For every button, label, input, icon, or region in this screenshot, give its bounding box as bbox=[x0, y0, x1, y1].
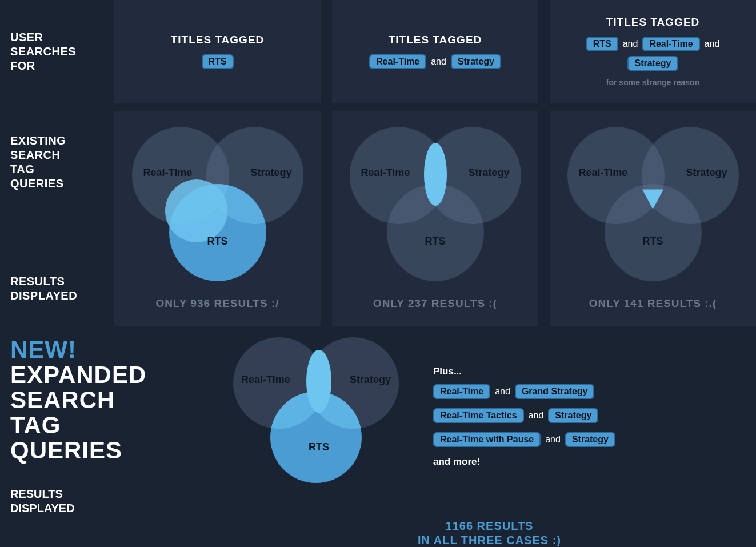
venn-diagram-rts: Real-Time Strategy RTS bbox=[132, 127, 303, 287]
result-text-936: ONLY 936 RESULTS :/ bbox=[155, 297, 279, 310]
result-text-237: ONLY 237 RESULTS :( bbox=[373, 297, 497, 310]
row-existing-queries: EXISTINGSEARCHTAGQUERIES RESULTSDISPLAYE… bbox=[0, 111, 756, 326]
tag-rts: RTS bbox=[586, 37, 618, 51]
venn-label-rts: RTS bbox=[207, 235, 228, 247]
side-label-results-displayed: RESULTSDISPLAYED bbox=[10, 274, 103, 314]
venn-expanded-wrap: Real-Time Strategy RTS bbox=[233, 337, 427, 516]
expanded-results-text: 1166 RESULTS IN ALL THREE CASES :) bbox=[233, 519, 746, 547]
result-text-141: ONLY 141 RESULTS :.( bbox=[589, 297, 717, 310]
venn-label-real-time: Real-Time bbox=[579, 167, 628, 179]
tag-strategy: Strategy bbox=[627, 56, 678, 71]
venn-label-rts: RTS bbox=[425, 235, 446, 247]
plus-row-2: Real-Time Tactics and Strategy bbox=[433, 408, 746, 423]
tag-grand-strategy: Grand Strategy bbox=[515, 384, 595, 399]
tag-rts: RTS bbox=[202, 54, 234, 69]
expanded-results-line2: IN ALL THREE CASES :) bbox=[233, 533, 746, 547]
plus-column: Plus... Real-Time and Grand Strategy Rea… bbox=[433, 337, 746, 516]
tag-row: RTS bbox=[202, 54, 234, 69]
expanded-heading-block: NEW! EXPANDEDSEARCHTAGQUERIES RESULTSDIS… bbox=[10, 337, 227, 516]
tag-real-time: Real-Time bbox=[369, 54, 426, 69]
expanded-heading: EXPANDEDSEARCHTAGQUERIES bbox=[10, 361, 146, 464]
cell-search-all-three: TITLES TAGGED RTS and Real-Time and Stra… bbox=[550, 0, 756, 103]
venn-label-strategy: Strategy bbox=[468, 167, 509, 179]
venn-label-strategy: Strategy bbox=[686, 167, 727, 179]
venn-label-strategy: Strategy bbox=[250, 167, 291, 179]
venn-label-real-time: Real-Time bbox=[143, 167, 193, 179]
results-displayed-label: RESULTSDISPLAYED bbox=[10, 487, 227, 516]
venn-cell-rts: Real-Time Strategy RTS ONLY 936 RESULTS … bbox=[114, 111, 321, 326]
and-text: and bbox=[495, 386, 510, 397]
plus-heading: Plus... bbox=[433, 366, 746, 377]
and-text: and bbox=[431, 57, 446, 67]
and-text: and bbox=[705, 39, 720, 49]
venn-cell-rt-strategy: Real-Time Strategy RTS ONLY 237 RESULTS … bbox=[332, 111, 538, 326]
titles-tagged-heading: TITLES TAGGED bbox=[389, 34, 482, 46]
new-label: NEW! bbox=[10, 336, 77, 363]
tag-strategy: Strategy bbox=[548, 408, 598, 423]
venn-label-strategy: Strategy bbox=[350, 374, 391, 386]
row-user-searches: USERSEARCHESFOR TITLES TAGGED RTS TITLES… bbox=[0, 0, 756, 103]
side-label-existing: EXISTINGSEARCHTAGQUERIES RESULTSDISPLAYE… bbox=[0, 111, 103, 326]
venn-diagram-all-three: Real-Time Strategy RTS bbox=[567, 127, 739, 287]
cell-search-rts: TITLES TAGGED RTS bbox=[114, 0, 321, 103]
venn-label-real-time: Real-Time bbox=[361, 167, 410, 179]
cell-search-rt-strategy: TITLES TAGGED Real-Time and Strategy bbox=[332, 0, 538, 103]
and-text: and bbox=[529, 410, 544, 421]
and-text: and bbox=[545, 434, 561, 445]
and-text: and bbox=[623, 39, 638, 49]
side-label-user-searches: USERSEARCHESFOR bbox=[0, 0, 103, 103]
expanded-section: NEW! EXPANDEDSEARCHTAGQUERIES RESULTSDIS… bbox=[0, 326, 756, 547]
venn-label-rts: RTS bbox=[309, 441, 329, 453]
tag-strategy: Strategy bbox=[565, 432, 615, 447]
venn-label-rts: RTS bbox=[643, 235, 663, 247]
tag-real-time-tactics: Real-Time Tactics bbox=[433, 408, 524, 423]
strange-reason-note: for some strange reason bbox=[606, 78, 699, 87]
and-more-text: and more! bbox=[433, 456, 746, 468]
tag-real-time-with-pause: Real-Time with Pause bbox=[433, 432, 541, 447]
overlap-rt-strategy bbox=[424, 143, 447, 206]
titles-tagged-heading: TITLES TAGGED bbox=[171, 34, 265, 46]
tag-row: Real-Time and Strategy bbox=[369, 54, 501, 69]
side-label-existing-top: EXISTINGSEARCHTAGQUERIES bbox=[10, 122, 103, 191]
venn-label-real-time: Real-Time bbox=[241, 374, 290, 386]
venn-diagram-expanded: Real-Time Strategy RTS bbox=[233, 337, 405, 503]
plus-row-3: Real-Time with Pause and Strategy bbox=[433, 432, 746, 447]
tag-strategy: Strategy bbox=[451, 54, 501, 69]
venn-cell-all-three: Real-Time Strategy RTS ONLY 141 RESULTS … bbox=[550, 111, 756, 326]
expanded-results-line1: 1166 RESULTS bbox=[233, 519, 746, 533]
tag-real-time: Real-Time bbox=[642, 37, 699, 51]
titles-tagged-heading: TITLES TAGGED bbox=[606, 16, 700, 29]
tag-real-time: Real-Time bbox=[433, 384, 490, 399]
plus-row-1: Real-Time and Grand Strategy bbox=[433, 384, 746, 399]
venn-diagram-rt-strategy: Real-Time Strategy RTS bbox=[350, 127, 521, 287]
tag-row: RTS and Real-Time and Strategy bbox=[561, 37, 745, 71]
